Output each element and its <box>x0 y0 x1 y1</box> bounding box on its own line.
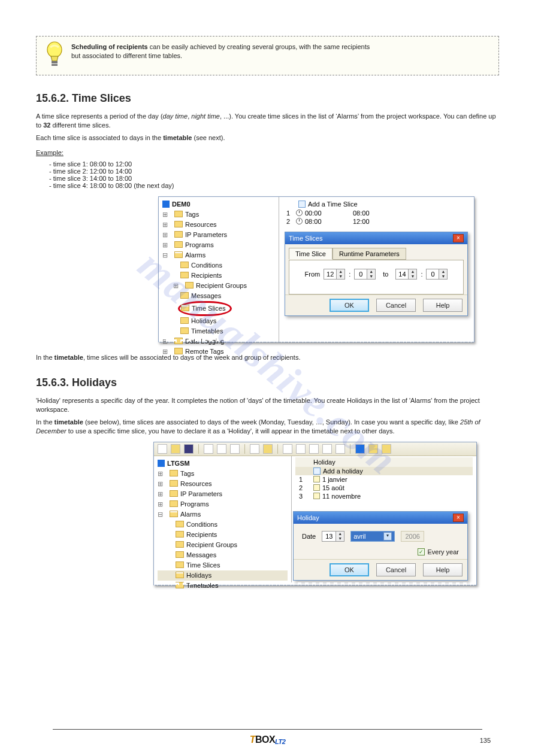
label-from: From <box>305 271 321 278</box>
dialog-holiday: Holiday× Date ▲▼ avril▾ 2006 ✓Every year <box>293 511 468 581</box>
toolbar <box>154 442 476 456</box>
tree-item[interactable]: Programs <box>185 241 214 248</box>
ex2: - time slice 2: 12:00 to 14:00 <box>49 168 499 175</box>
calendar-icon <box>313 476 320 482</box>
ex1: - time slice 1: 08:00 to 12:00 <box>49 160 499 168</box>
tree-item[interactable]: Recipient Groups <box>186 541 237 548</box>
section-time-slices-title: 15.6.2. Time Slices <box>36 92 499 105</box>
section-holidays-title: 15.6.3. Holidays <box>36 377 499 389</box>
add-holiday-link[interactable]: Add a holiday <box>323 467 363 475</box>
tree-root[interactable]: DEM0 <box>172 201 191 208</box>
close-icon[interactable]: × <box>453 234 464 242</box>
hol-p2: In the timetable (see below), time slice… <box>36 418 499 436</box>
page-number: 135 <box>480 737 491 744</box>
grid-view-icon[interactable] <box>322 444 332 454</box>
new-icon <box>298 201 306 208</box>
add-time-slice-link[interactable]: Add a Time Slice <box>308 201 358 208</box>
cut-icon[interactable] <box>204 444 213 454</box>
upload-icon[interactable] <box>368 444 378 454</box>
tree-root[interactable]: LTGSM <box>167 460 190 467</box>
ex3: - time slice 3: 14:00 to 18:00 <box>49 175 499 182</box>
folder-icon[interactable] <box>263 444 273 454</box>
holiday-list-panel: Holiday Add a holiday 11 janvier 215 aoû… <box>292 456 476 584</box>
ok-button[interactable]: OK <box>330 299 369 312</box>
label-date: Date <box>302 533 316 540</box>
clock-icon <box>296 210 303 216</box>
dialog-time-slices: Time Slices× Time SliceRuntime Parameter… <box>285 232 468 316</box>
to-hour-spinner[interactable]: ▲▼ <box>395 269 417 280</box>
row-end[interactable]: 12:00 <box>353 218 370 225</box>
row-start[interactable]: 00:00 <box>305 210 353 217</box>
svg-point-0 <box>47 42 62 57</box>
tree-item[interactable]: Recipients <box>186 531 217 538</box>
calendar-icon <box>313 493 320 499</box>
tree-item[interactable]: IP Parameters <box>185 231 227 238</box>
ok-button[interactable]: OK <box>330 563 369 576</box>
print-icon[interactable] <box>250 444 259 454</box>
tree-item[interactable]: Timetables <box>191 327 223 335</box>
tree-item-time-slices-circled[interactable]: Time Slices <box>178 301 232 316</box>
tree-item[interactable]: Tags <box>185 211 199 218</box>
dialog-title: Time Slices <box>289 235 322 242</box>
list-item[interactable]: 1 janvier <box>322 476 347 483</box>
tree-item[interactable]: IP Parameters <box>180 490 222 497</box>
cancel-button[interactable]: Cancel <box>376 299 416 312</box>
list-item[interactable]: 15 août <box>322 484 344 491</box>
tree-item-alarms[interactable]: Alarms <box>185 251 205 259</box>
help-button[interactable]: Help <box>423 299 463 312</box>
row-num: 3 <box>299 493 313 500</box>
column-header: Holiday <box>295 457 473 467</box>
tree-view-2[interactable]: LTGSM ⊞Tags ⊞Resources ⊞IP Parameters ⊞P… <box>154 456 292 584</box>
save-icon[interactable] <box>184 444 194 454</box>
copy-icon[interactable] <box>217 444 226 454</box>
close-icon[interactable]: × <box>453 514 464 522</box>
tool-icon[interactable] <box>296 444 306 454</box>
tree-item[interactable]: Resources <box>180 480 212 487</box>
tab-runtime-params[interactable]: Runtime Parameters <box>333 248 406 260</box>
tree-item[interactable]: Resources <box>185 221 217 228</box>
new-icon <box>313 467 321 475</box>
from-min-spinner[interactable]: ▲▼ <box>354 269 376 280</box>
new-file-icon[interactable] <box>158 444 167 454</box>
tree-item[interactable]: Programs <box>180 500 209 508</box>
cancel-button[interactable]: Cancel <box>376 563 416 576</box>
examples-label: Example: <box>36 148 499 157</box>
tree-item[interactable]: Holidays <box>191 317 216 324</box>
tree-item-alarms[interactable]: Alarms <box>180 511 201 518</box>
day-spinner[interactable]: ▲▼ <box>322 531 344 542</box>
every-year-checkbox[interactable]: ✓Every year <box>418 548 459 555</box>
tree-item[interactable]: Messages <box>186 551 216 558</box>
tree-item[interactable]: Tags <box>180 470 194 477</box>
footer-logo: TBOXLT2 <box>250 734 286 745</box>
month-select[interactable]: avril▾ <box>350 531 395 542</box>
tree-item[interactable]: Remote Tags <box>185 348 224 355</box>
clock-icon <box>296 218 303 224</box>
paste-icon[interactable] <box>230 444 240 454</box>
download-icon[interactable] <box>382 444 391 454</box>
screenshot-holidays: LTGSM ⊞Tags ⊞Resources ⊞IP Parameters ⊞P… <box>153 442 477 585</box>
delete-icon[interactable] <box>283 444 292 454</box>
tree-item-holidays[interactable]: Holidays <box>186 572 211 579</box>
open-icon[interactable] <box>171 444 180 454</box>
row-num: 1 <box>286 210 296 217</box>
from-hour-spinner[interactable]: ▲▼ <box>324 269 345 280</box>
tree-item[interactable]: Recipients <box>191 272 222 279</box>
tree-item[interactable]: Conditions <box>186 521 217 528</box>
to-min-spinner[interactable]: ▲▼ <box>426 269 448 280</box>
list-item[interactable]: 11 novembre <box>322 493 361 500</box>
tree-item[interactable]: Conditions <box>191 262 222 269</box>
label-to: to <box>383 271 388 278</box>
row-end[interactable]: 08:00 <box>353 210 370 217</box>
tip-callout: Scheduling of recipients can be easily a… <box>36 36 499 75</box>
tree-item[interactable]: Messages <box>191 292 221 299</box>
tree-view[interactable]: DEM0 ⊞Tags ⊞Resources ⊞IP Parameters ⊞Pr… <box>159 197 279 342</box>
row-start[interactable]: 08:00 <box>305 218 353 225</box>
tree-item[interactable]: Time Slices <box>186 561 220 569</box>
detail-view-icon[interactable] <box>335 444 345 454</box>
year-field-disabled: 2006 <box>401 531 424 542</box>
help-button[interactable]: Help <box>423 563 463 576</box>
tree-item[interactable]: Recipient Groups <box>196 282 247 289</box>
list-view-icon[interactable] <box>309 444 319 454</box>
app-icon[interactable] <box>355 444 365 454</box>
tab-time-slice[interactable]: Time Slice <box>289 248 333 259</box>
